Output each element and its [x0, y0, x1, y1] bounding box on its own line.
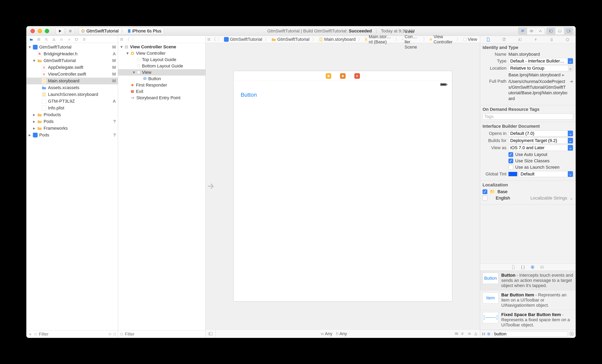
panel-visibility-segmented[interactable] — [547, 27, 573, 35]
disclosure-triangle-icon[interactable]: ▾ — [132, 70, 135, 75]
related-items-icon[interactable] — [120, 38, 123, 41]
choose-location-icon[interactable]: ▸ — [562, 73, 564, 78]
close-window-button[interactable] — [31, 29, 35, 33]
project-navigator-icon[interactable] — [28, 37, 34, 42]
scheme-selector[interactable]: GtmSwiftTutorial 〉 iPhone 6s Plus — [79, 27, 164, 35]
navigator-item[interactable]: ▾ GtmSwiftTutorial M — [26, 57, 118, 64]
library-view-mode-icon[interactable] — [482, 332, 485, 335]
jump-bar-crumb[interactable]: View — [462, 37, 478, 42]
navigator-item[interactable]: Main.storyboard M — [26, 78, 118, 84]
size-inspector-icon[interactable] — [548, 37, 555, 42]
library-item[interactable]: Item Bar Button Item - Represents an ite… — [480, 291, 576, 310]
scm-filter-icon[interactable] — [108, 333, 111, 336]
jump-bar-crumb[interactable]: Main.storyboard — [318, 37, 357, 42]
find-navigator-icon[interactable] — [43, 37, 50, 42]
align-icon[interactable] — [461, 332, 465, 335]
disclosure-triangle-icon[interactable]: ▸ — [32, 119, 36, 124]
resolve-issues-icon[interactable] — [474, 332, 478, 335]
file-type-select[interactable]: Default - Interface Builder…⌄ — [508, 58, 573, 64]
outline-item[interactable]: Exit — [118, 88, 205, 95]
outline-filter-input[interactable] — [125, 332, 204, 337]
root-view[interactable]: Button — [234, 88, 452, 301]
global-tint-select[interactable]: Default⌄ — [519, 171, 573, 177]
run-button[interactable] — [55, 27, 64, 35]
disclosure-triangle-icon[interactable]: ▸ — [32, 112, 36, 117]
outline-item[interactable]: ▾ View Controller Scene — [118, 44, 205, 50]
scene-dock-responder-icon[interactable] — [340, 73, 346, 79]
outline-item[interactable]: Top Layout Guide — [118, 56, 205, 63]
localization-english-checkbox[interactable] — [483, 196, 487, 200]
view-as-select[interactable]: iOS 7.0 and Later⌄ — [508, 145, 573, 151]
library-item[interactable]: ┊┄┄┄┄┊ Fixed Space Bar Button Item - Rep… — [480, 310, 576, 330]
disclosure-triangle-icon[interactable]: ▾ — [126, 51, 129, 56]
connections-inspector-icon[interactable] — [564, 37, 571, 42]
recent-filter-icon[interactable] — [34, 333, 37, 336]
file-template-library-icon[interactable] — [512, 265, 515, 269]
jump-back-icon[interactable]: 〈 — [212, 36, 216, 42]
file-inspector-icon[interactable] — [484, 37, 492, 42]
quick-help-icon[interactable]: ? — [500, 37, 508, 42]
add-icon[interactable]: ＋ — [28, 331, 32, 337]
document-outline-tree[interactable]: ▾ View Controller Scene▾ View Controller… — [118, 43, 205, 330]
ib-canvas[interactable]: Button — [206, 43, 480, 329]
outline-item[interactable]: ▾ View Controller — [118, 50, 205, 56]
navigator-item[interactable]: LaunchScreen.storyboard — [26, 91, 118, 98]
ondemand-tags-input[interactable]: Tags — [483, 114, 573, 120]
builds-for-select[interactable]: Deployment Target (9.2)⌄ — [508, 138, 573, 144]
symbol-navigator-icon[interactable] — [36, 37, 42, 42]
outline-filter-icon[interactable] — [120, 333, 123, 336]
stack-icon[interactable] — [454, 332, 459, 335]
code-snippet-library-icon[interactable]: { } — [521, 265, 525, 270]
breakpoint-navigator-icon[interactable] — [74, 37, 80, 42]
library-filter-scope-icon[interactable] — [487, 332, 491, 336]
toggle-navigator-icon[interactable] — [547, 28, 555, 34]
issue-navigator-icon[interactable] — [51, 37, 57, 42]
opens-in-select[interactable]: Default (7.0)⌄ — [508, 130, 573, 136]
canvas-ui-button[interactable]: Button — [241, 92, 257, 98]
outline-item[interactable]: ▾ View — [118, 69, 205, 76]
navigator-filter-input[interactable] — [39, 332, 107, 337]
project-navigator-tree[interactable]: ▾ GtmSwiftTutorial M h BridgingHeader.h … — [26, 43, 118, 330]
navigator-item[interactable]: ▸ Frameworks — [26, 125, 118, 132]
navigator-item[interactable]: h BridgingHeader.h A — [26, 51, 118, 57]
navigator-item[interactable]: ▾ GtmSwiftTutorial M — [26, 44, 118, 51]
navigator-item[interactable]: Assets.xcassets — [26, 84, 118, 91]
use-launch-screen-checkbox[interactable] — [508, 165, 513, 170]
version-editor-icon[interactable] — [536, 28, 545, 34]
related-items-icon[interactable] — [207, 38, 210, 41]
sourcecontrol-filter-icon[interactable] — [113, 333, 116, 336]
scene-view-controller[interactable]: Button — [233, 71, 452, 302]
disclosure-triangle-icon[interactable]: ▸ — [32, 126, 36, 131]
navigator-item[interactable]: s ViewController.swift M — [26, 71, 118, 78]
library-search-input[interactable] — [492, 331, 568, 337]
forward-icon[interactable]: 〉 — [132, 36, 136, 42]
outline-item[interactable]: B Button — [118, 76, 205, 82]
localization-base-checkbox[interactable]: ✓ — [483, 189, 487, 194]
object-library-list[interactable]: Button Button - Intercepts touch events … — [480, 271, 576, 330]
scene-dock-exit-icon[interactable] — [354, 73, 360, 79]
navigator-item[interactable]: ▸ Pods ? — [26, 118, 118, 125]
clear-search-icon[interactable]: ⓧ — [570, 331, 574, 337]
navigator-item[interactable]: GTM-PT3L9Z A — [26, 98, 118, 105]
report-navigator-icon[interactable] — [81, 37, 87, 42]
disclosure-triangle-icon[interactable]: ▸ — [28, 133, 31, 138]
object-library-icon[interactable] — [531, 265, 534, 269]
disclosure-triangle-icon[interactable]: ▾ — [28, 45, 31, 50]
localization-type-arrows-icon[interactable]: ⌄ — [570, 196, 573, 201]
jump-bar-crumb[interactable]: GtmSwiftTutorial — [223, 37, 263, 42]
use-size-classes-checkbox[interactable]: ✓ — [508, 158, 513, 163]
disclosure-triangle-icon[interactable]: ▾ — [120, 44, 123, 50]
debug-navigator-icon[interactable] — [66, 37, 72, 42]
size-class-control[interactable]: w w AnyAny h Any — [215, 331, 452, 336]
outline-item[interactable]: Storyboard Entry Point — [118, 95, 205, 101]
library-item[interactable]: Button Button - Intercepts touch events … — [480, 271, 576, 291]
standard-editor-icon[interactable] — [518, 28, 527, 34]
stop-button[interactable] — [66, 27, 75, 35]
outline-item[interactable]: First Responder — [118, 82, 205, 88]
toggle-inspector-icon[interactable] — [564, 28, 573, 34]
identity-inspector-icon[interactable] — [516, 37, 524, 42]
toggle-outline-icon[interactable] — [206, 330, 215, 338]
editor-mode-segmented[interactable] — [518, 27, 545, 35]
navigator-item[interactable]: ▸ Products — [26, 111, 118, 118]
jump-forward-icon[interactable]: 〉 — [217, 36, 222, 42]
